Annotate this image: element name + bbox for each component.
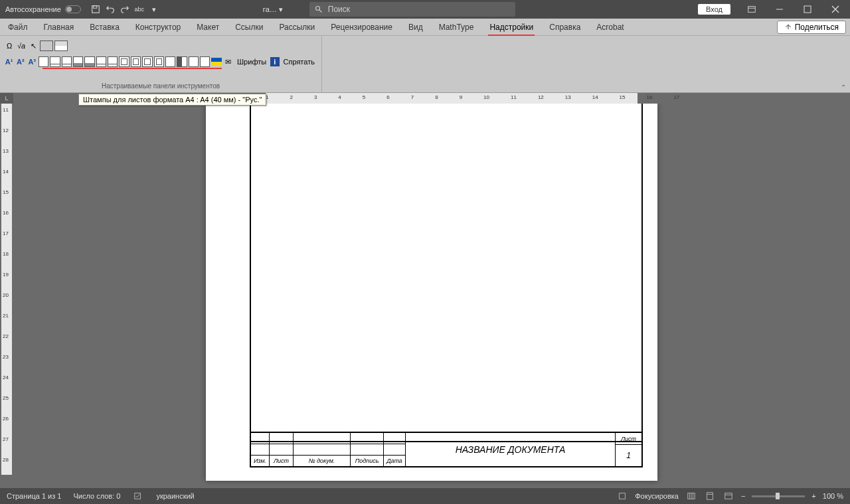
omega-icon[interactable]: Ω (4, 41, 15, 51)
autosave-toggle[interactable]: Автосохранение (0, 5, 86, 13)
autosave-label: Автосохранение (5, 5, 61, 13)
stamp-13-button[interactable] (177, 56, 187, 67)
web-layout-icon[interactable] (722, 490, 734, 502)
svg-rect-7 (804, 6, 811, 13)
tab-mailings[interactable]: Рассылки (271, 19, 323, 35)
stamp-1-button[interactable] (39, 56, 48, 67)
zoom-out-button[interactable]: − (741, 492, 745, 500)
stamp-8-button[interactable] (119, 56, 129, 67)
tab-addins[interactable]: Надстройки (481, 19, 541, 35)
stamp-2-button[interactable] (50, 56, 60, 67)
stamp-sheet-label: Лист (616, 433, 641, 445)
tab-file[interactable]: Файл (0, 19, 36, 35)
tab-references[interactable]: Ссылки (227, 19, 271, 35)
stamp-11-button[interactable] (154, 56, 164, 67)
stamp-title: НАЗВАНИЕ ДОКУМЕНТА (405, 433, 615, 466)
toggle-switch[interactable] (65, 5, 81, 13)
drawing-frame (250, 104, 643, 442)
undo-icon[interactable] (105, 4, 116, 15)
stamp-sheet-num: 1 (616, 445, 641, 466)
info-icon[interactable]: i (270, 57, 279, 66)
stamp-10-button[interactable] (142, 56, 152, 67)
tab-design[interactable]: Конструктор (128, 19, 189, 35)
tab-home[interactable]: Главная (36, 19, 82, 35)
frame1-icon[interactable] (40, 41, 53, 51)
stamp-12-button[interactable] (165, 56, 175, 67)
stamp-izm: Изм. (251, 456, 270, 466)
svg-rect-11 (620, 493, 626, 499)
page[interactable]: Изм. Лист № докум. Подпись Дата НАЗВАНИЕ… (206, 104, 657, 481)
frame2-icon[interactable] (54, 41, 68, 51)
svg-rect-4 (748, 7, 756, 13)
minimize-icon[interactable] (766, 0, 793, 19)
stamp-sign: Подпись (351, 456, 384, 466)
fonts-button[interactable]: Шрифты (234, 58, 269, 66)
login-button[interactable]: Вход (698, 4, 730, 15)
flag-ukraine-icon[interactable] (211, 58, 221, 66)
status-bar: Страница 1 из 1 Число слов: 0 украинский… (0, 488, 850, 504)
tab-help[interactable]: Справка (541, 19, 588, 35)
ribbon-group-toolbars: Ω √a ↖ A¹ A² A³ ✉ Шриф (0, 36, 322, 92)
status-words[interactable]: Число слов: 0 (73, 492, 120, 500)
read-mode-icon[interactable] (685, 490, 697, 502)
redo-icon[interactable] (120, 4, 130, 15)
zoom-in-button[interactable]: + (811, 492, 815, 500)
format-a1-icon[interactable]: A¹ (4, 56, 14, 67)
tab-insert[interactable]: Вставка (82, 19, 128, 35)
titlebar-right: Вход (698, 0, 850, 19)
tab-mathtype[interactable]: MathType (431, 19, 482, 35)
stamp-7-button[interactable] (108, 56, 118, 67)
search-input[interactable]: Поиск (309, 2, 515, 17)
stamp-14-button[interactable] (189, 56, 199, 67)
tab-view[interactable]: Вид (400, 19, 431, 35)
status-language[interactable]: украинский (156, 492, 194, 500)
qat-dropdown-icon[interactable]: ▾ (149, 4, 159, 15)
svg-rect-10 (135, 493, 141, 499)
share-button[interactable]: Поделиться (777, 21, 846, 34)
title-block: Изм. Лист № докум. Подпись Дата НАЗВАНИЕ… (250, 432, 643, 467)
status-focus[interactable]: Фокусировка (635, 492, 679, 500)
stamp-docnum: № докум. (294, 456, 351, 466)
workspace: 111213141516171819202122232425262728 Изм… (0, 104, 850, 488)
stamp-4-button[interactable] (73, 56, 83, 67)
sqrt-icon[interactable]: √a (16, 41, 27, 51)
document-area[interactable]: Изм. Лист № докум. Подпись Дата НАЗВАНИЕ… (13, 104, 850, 488)
zoom-slider[interactable] (752, 495, 805, 497)
ribbon-group-label: Настраиваемые панели инструментов (4, 80, 317, 92)
svg-line-3 (319, 10, 322, 13)
stamp-5-button[interactable] (84, 56, 94, 67)
stamp-9-button[interactable] (131, 56, 141, 67)
tab-acrobat[interactable]: Acrobat (588, 19, 632, 35)
ribbon-tabs: Файл Главная Вставка Конструктор Макет С… (0, 19, 850, 36)
stamp-6-button[interactable] (96, 56, 106, 67)
format-a3-icon[interactable]: A³ (27, 56, 37, 67)
collapse-ribbon-icon[interactable]: ⌃ (841, 84, 846, 91)
cursor-icon[interactable]: ↖ (28, 41, 39, 51)
spellcheck-status-icon[interactable] (132, 490, 144, 502)
quick-access-toolbar: abc ▾ (86, 4, 163, 15)
stamp-date: Дата (384, 456, 405, 466)
maximize-icon[interactable] (794, 0, 821, 19)
close-icon[interactable] (822, 0, 849, 19)
stamp-3-button[interactable] (62, 56, 72, 67)
tab-layout[interactable]: Макет (189, 19, 227, 35)
stamp-15-button[interactable] (200, 56, 210, 67)
save-icon[interactable] (90, 4, 101, 15)
svg-point-2 (315, 7, 319, 11)
svg-rect-18 (725, 493, 732, 499)
envelope-icon[interactable]: ✉ (223, 56, 233, 67)
document-title: га… ▾ (163, 5, 309, 14)
status-page[interactable]: Страница 1 из 1 (7, 492, 61, 500)
print-layout-icon[interactable] (704, 490, 716, 502)
stamp-list: Лист (270, 456, 294, 466)
ruler-corner[interactable]: L (0, 93, 13, 104)
spellcheck-icon[interactable]: abc (134, 4, 145, 15)
format-a2-icon[interactable]: A² (15, 56, 25, 67)
zoom-level[interactable]: 100 % (823, 492, 843, 500)
focus-icon[interactable] (616, 490, 628, 502)
tab-review[interactable]: Рецензирование (323, 19, 400, 35)
svg-rect-16 (707, 493, 713, 500)
search-icon (315, 5, 323, 13)
ribbon-display-icon[interactable] (738, 0, 765, 19)
hide-button[interactable]: Спрятать (281, 58, 317, 66)
